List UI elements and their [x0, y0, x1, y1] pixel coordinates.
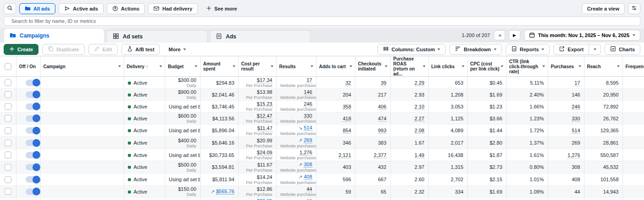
cell-campaign[interactable]	[40, 124, 124, 137]
col-header-frequency[interactable]: Frequency	[622, 56, 644, 77]
search-button[interactable]	[4, 3, 16, 14]
col-header-budget[interactable]: Budget	[165, 56, 200, 77]
cell-cpr[interactable]: $15.23 Per Purchase	[238, 101, 276, 113]
table-row[interactable]: Active Using ad set bu... $5,896.04 $11.…	[0, 124, 644, 137]
table-row[interactable]: Active Using ad set bu... $586.52 ↘ $20.…	[0, 198, 644, 200]
chevron-down-icon[interactable]	[542, 65, 545, 67]
cell-ci[interactable]: 474	[355, 113, 390, 124]
chevron-down-icon[interactable]	[501, 65, 503, 67]
cell-results[interactable]: ↗ 308 Website purchases	[276, 161, 316, 173]
cell-cpr[interactable]: $24.09 Per Purchase	[238, 149, 276, 161]
table-row[interactable]: Active $900.00 Daily $2,041.46 $13.98 Pe…	[0, 89, 644, 101]
cell-roas[interactable]: 2.10	[390, 101, 428, 113]
cell-results[interactable]: ↗ 269 Website purchases	[276, 137, 316, 149]
tab-ads[interactable]: Ads	[210, 30, 311, 43]
filter-chip-active-ads[interactable]: Active ads	[59, 3, 104, 14]
chevron-down-icon[interactable]	[349, 65, 352, 67]
cell-campaign[interactable]	[40, 89, 124, 101]
col-header-reach[interactable]: Reach	[584, 56, 622, 77]
row-checkbox[interactable]	[5, 127, 11, 134]
chevron-down-icon[interactable]	[423, 65, 426, 67]
col-header-clicks[interactable]: Link clicks	[428, 56, 467, 77]
tab-campaigns[interactable]: Campaigns	[4, 28, 104, 43]
cell-results[interactable]: ↗ 408 Website purchases	[276, 173, 316, 186]
col-header-ctr[interactable]: CTR (link click-through rate)	[506, 56, 548, 77]
cell-campaign[interactable]	[40, 137, 124, 149]
breakdown-button[interactable]: Breakdown	[449, 44, 502, 55]
cell-campaign[interactable]	[40, 149, 124, 161]
cell-atc[interactable]: 358	[316, 101, 355, 113]
col-header-delivery[interactable]: Delivery ↑	[124, 56, 165, 77]
row-checkbox[interactable]	[5, 103, 11, 110]
cell-cpr[interactable]: ↘ $20.95 Per Purchase	[238, 198, 276, 200]
view-settings-button[interactable]	[628, 3, 640, 14]
tab-ad-sets[interactable]: Ad sets	[107, 30, 207, 43]
cell-results[interactable]: 17 Website purchases	[276, 77, 316, 89]
ab-test-button[interactable]: A/B test	[121, 44, 160, 55]
create-button[interactable]: Create	[4, 44, 38, 55]
cell-purchases[interactable]: 17	[548, 77, 584, 89]
cell-purchases[interactable]: 246	[548, 101, 584, 113]
chevron-down-icon[interactable]	[118, 65, 121, 67]
row-checkbox[interactable]	[5, 140, 11, 146]
export-button[interactable]: Export	[553, 44, 589, 55]
col-header-results[interactable]: Results	[276, 56, 316, 77]
row-checkbox[interactable]	[5, 115, 11, 122]
cell-results[interactable]: 28 Website purchases	[276, 198, 316, 200]
cell-roas[interactable]: 1.49	[390, 149, 428, 161]
filter-chip-all-ads[interactable]: All ads	[19, 3, 55, 14]
row-checkbox[interactable]	[5, 91, 11, 98]
cell-cpr[interactable]: $12.47 Per Purchase	[238, 113, 276, 124]
export-menu-button[interactable]	[589, 44, 601, 55]
cell-results[interactable]: ↘ 514 Website purchases	[276, 124, 316, 137]
cell-results[interactable]: 246 Website purchases	[276, 101, 316, 113]
cell-purchases[interactable]: 330	[548, 113, 584, 124]
cell-purchases[interactable]: 1,276	[548, 149, 584, 161]
col-header-offon[interactable]: Off / On	[16, 56, 40, 77]
cell-atc[interactable]: 2,121	[316, 149, 355, 161]
reports-button[interactable]: Reports	[506, 44, 550, 55]
row-checkbox[interactable]	[5, 151, 11, 158]
cell-campaign[interactable]	[40, 113, 124, 124]
chevron-down-icon[interactable]	[159, 65, 162, 67]
col-header-roas[interactable]: Purchase ROAS (return on ad...	[390, 56, 428, 77]
cell-roas[interactable]: 2.27	[390, 113, 428, 124]
select-all-checkbox[interactable]	[5, 63, 11, 70]
col-header-campaign[interactable]: Campaign	[40, 56, 124, 77]
cell-results[interactable]: 1,276 Website purchases	[276, 149, 316, 161]
table-row[interactable]: Active $150.00 Daily ↗ $565.76 $12.86 Pe…	[0, 186, 644, 198]
cell-spent[interactable]: ↗ $565.76	[200, 186, 238, 198]
chevron-down-icon[interactable]	[462, 65, 464, 67]
pagination-prev-button[interactable]: ◀	[494, 30, 505, 40]
cell-ci[interactable]: 39	[355, 77, 390, 89]
chevron-down-icon[interactable]	[579, 65, 581, 67]
table-row[interactable]: Active Using ad set bu... $30,733.65 $24…	[0, 149, 644, 161]
on-off-toggle[interactable]	[26, 176, 39, 183]
create-view-button[interactable]: Create a view	[582, 3, 625, 14]
on-off-toggle[interactable]	[26, 127, 39, 134]
on-off-toggle[interactable]	[26, 103, 39, 110]
cell-cpr[interactable]: $11.47 Per Purchase	[238, 124, 276, 137]
on-off-toggle[interactable]	[26, 189, 39, 195]
columns-button[interactable]: Columns: Custom	[377, 44, 446, 55]
chevron-down-icon[interactable]	[311, 65, 313, 67]
cell-campaign[interactable]	[40, 161, 124, 173]
row-checkbox[interactable]	[5, 188, 11, 195]
cell-campaign[interactable]	[40, 173, 124, 186]
on-off-toggle[interactable]	[26, 92, 39, 98]
cell-ci[interactable]: 406	[355, 101, 390, 113]
cell-purchases[interactable]: 514	[548, 124, 584, 137]
cell-atc[interactable]: 32	[316, 77, 355, 89]
filter-chip-see-more[interactable]: See more	[201, 3, 242, 14]
pagination-next-button[interactable]: ▶	[509, 30, 520, 40]
charts-button[interactable]: Charts	[605, 44, 640, 55]
filter-chip-actions[interactable]: Actions	[107, 3, 145, 14]
chevron-down-icon[interactable]	[271, 65, 273, 67]
on-off-toggle[interactable]	[26, 115, 39, 122]
cell-results[interactable]: 44 Website purchases	[276, 186, 316, 198]
edit-button[interactable]: Edit	[88, 44, 118, 55]
on-off-toggle[interactable]	[26, 152, 39, 158]
cell-results[interactable]: 146 Website purchases	[276, 89, 316, 101]
table-row[interactable]: Active $400.00 Daily $5,646.16 $20.99 Pe…	[0, 137, 644, 149]
cell-campaign[interactable]	[40, 198, 124, 200]
